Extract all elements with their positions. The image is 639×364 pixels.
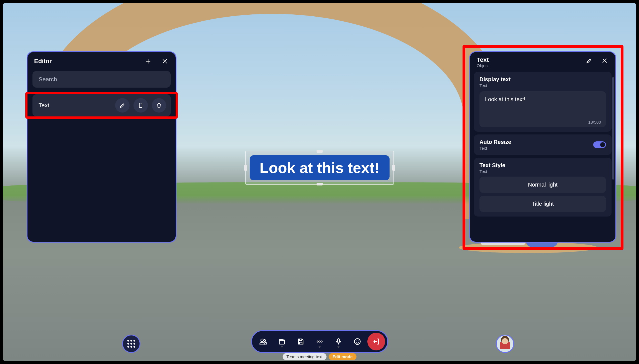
clapper-icon [278, 338, 286, 345]
selected-object[interactable]: Look at this text! [245, 151, 394, 185]
auto-resize-section: Auto Resize Text [474, 134, 612, 155]
save-button[interactable] [292, 333, 310, 350]
react-button[interactable] [348, 333, 366, 350]
svg-point-4 [319, 341, 320, 342]
leave-icon [372, 338, 380, 345]
scene-viewport[interactable]: Look at this text! Editor Search Text [3, 3, 636, 361]
apps-button[interactable] [122, 335, 140, 353]
save-icon [297, 338, 305, 345]
pen-icon [119, 102, 126, 109]
properties-subtitle: Object [477, 63, 489, 68]
search-placeholder: Search [39, 76, 57, 82]
properties-panel: Text Object Display text Text Look at th… [469, 51, 616, 243]
apps-grid-icon [127, 340, 135, 348]
text-style-label: Text Style [479, 162, 606, 169]
mode-chip[interactable]: Edit mode [329, 353, 357, 360]
object-row-text[interactable]: Text [32, 94, 171, 116]
highlight-annotation-editor-row: Text [25, 92, 178, 119]
display-text-input[interactable]: Look at this text! 18/500 [479, 91, 606, 127]
more-button[interactable] [311, 333, 329, 350]
avatar-button[interactable] [496, 335, 514, 353]
text-sign[interactable]: Look at this text! [249, 155, 389, 180]
delete-object-button[interactable] [152, 98, 166, 113]
scene-button[interactable] [273, 333, 291, 350]
text-style-section: Text Style Text Normal light Title light [474, 158, 612, 217]
more-icon [316, 338, 324, 345]
close-icon [161, 58, 168, 65]
status-chips: Teams meeting text Edit mode [282, 353, 357, 360]
svg-point-5 [321, 341, 322, 342]
char-count: 18/500 [588, 120, 601, 124]
edit-object-button[interactable] [115, 98, 130, 113]
display-text-sublabel: Text [479, 83, 606, 88]
object-row-label: Text [39, 102, 49, 109]
mic-button[interactable] [330, 333, 347, 350]
duplicate-object-button[interactable] [133, 98, 148, 113]
svg-point-9 [358, 341, 358, 341]
display-text-value: Look at this text! [485, 96, 526, 102]
close-icon [601, 57, 608, 64]
plus-icon [145, 58, 151, 65]
display-text-label: Display text [479, 76, 606, 83]
properties-scrollbar[interactable] [612, 77, 614, 180]
svg-point-1 [261, 339, 263, 342]
auto-resize-sublabel: Text [479, 146, 511, 151]
display-text-section: Display text Text Look at this text! 18/… [474, 72, 612, 132]
search-input[interactable]: Search [32, 71, 171, 88]
people-icon [259, 338, 267, 345]
auto-resize-label: Auto Resize [479, 139, 511, 145]
svg-rect-6 [337, 339, 339, 342]
svg-point-2 [264, 340, 266, 342]
main-toolbar [251, 330, 388, 353]
properties-title: Text [477, 57, 489, 63]
editor-panel: Editor Search Text [27, 51, 176, 243]
svg-point-3 [317, 341, 318, 342]
pen-icon [586, 57, 592, 64]
trash-icon [156, 102, 162, 109]
text-style-sublabel: Text [479, 169, 606, 174]
style-option-title-light[interactable]: Title light [479, 196, 606, 212]
add-button[interactable] [144, 57, 152, 65]
svg-point-8 [356, 341, 357, 341]
svg-point-7 [354, 339, 360, 345]
editor-title: Editor [34, 58, 52, 65]
close-editor-button[interactable] [161, 57, 169, 65]
copy-icon [137, 102, 144, 109]
auto-resize-toggle[interactable] [593, 141, 606, 148]
mic-icon [335, 338, 342, 345]
room-name-chip[interactable]: Teams meeting text [282, 353, 326, 360]
smile-icon [353, 338, 361, 345]
svg-rect-0 [139, 103, 142, 108]
close-properties-button[interactable] [600, 57, 609, 65]
style-option-normal-light[interactable]: Normal light [479, 177, 606, 193]
people-button[interactable] [254, 333, 272, 350]
leave-button[interactable] [367, 333, 385, 350]
rename-button[interactable] [585, 57, 593, 65]
